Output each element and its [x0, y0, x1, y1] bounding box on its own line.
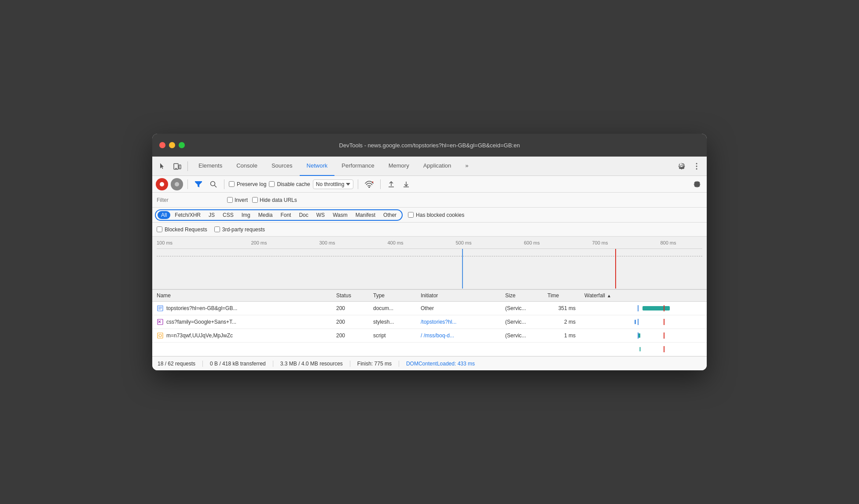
table-row[interactable]: m=n73qwf,UUJqVe,MpJwZc 200 script / /mss… [152, 329, 707, 343]
tab-sources[interactable]: Sources [264, 157, 300, 176]
th-type[interactable]: Type [369, 290, 416, 302]
status-resources: 3.3 MB / 4.0 MB resources [273, 361, 350, 367]
type-btn-font[interactable]: Font [277, 211, 294, 219]
device-icon[interactable] [171, 160, 184, 173]
svg-point-4 [696, 165, 697, 167]
row3-size: (Servic... [501, 329, 543, 343]
table-row[interactable]: css?family=Google+Sans+T... 200 stylesh.… [152, 315, 707, 329]
svg-line-9 [215, 185, 217, 187]
type-filter-bar: All Fetch/XHR JS CSS Img Media Font Doc … [152, 208, 707, 223]
row3-time: 1 ms [543, 329, 580, 343]
type-btn-ws[interactable]: WS [313, 211, 328, 219]
waterfall-bar-row1 [642, 306, 670, 310]
type-filter-group: All Fetch/XHR JS CSS Img Media Font Doc … [155, 209, 403, 221]
filter-icon[interactable] [192, 178, 205, 190]
row1-name-cell: topstories?hl=en-GB&gl=GB... [152, 302, 332, 315]
type-btn-js[interactable]: JS [205, 211, 218, 219]
tab-network[interactable]: Network [300, 157, 335, 176]
tab-elements[interactable]: Elements [191, 157, 229, 176]
waterfall-blue-rule-row3 [638, 332, 639, 339]
blocked-requests-checkbox[interactable]: Blocked Requests [157, 226, 207, 233]
waterfall-red-rule-extra [664, 346, 664, 352]
minimize-button[interactable] [169, 142, 175, 148]
type-btn-doc[interactable]: Doc [295, 211, 312, 219]
maximize-button[interactable] [179, 142, 185, 148]
js-file-icon [157, 332, 164, 339]
kebab-menu-icon[interactable] [690, 160, 703, 173]
preserve-log-checkbox[interactable]: Preserve log [229, 181, 266, 187]
row1-time: 351 ms [543, 302, 580, 315]
throttle-select[interactable]: No throttling [313, 179, 354, 189]
disable-cache-checkbox[interactable]: Disable cache [269, 181, 310, 187]
row3-name-cell: m=n73qwf,UUJqVe,MpJwZc [152, 329, 332, 343]
row2-type: stylesh... [369, 315, 416, 329]
row3-status: 200 [332, 329, 369, 343]
css-file-icon [157, 318, 164, 325]
invert-checkbox[interactable]: Invert [227, 197, 248, 203]
devtools-window: DevTools - news.google.com/topstories?hl… [152, 134, 707, 370]
th-status[interactable]: Status [332, 290, 369, 302]
tab-more[interactable]: » [458, 157, 475, 176]
timeline-rule-blue [462, 249, 463, 289]
search-icon[interactable] [207, 178, 220, 190]
tab-performance[interactable]: Performance [334, 157, 381, 176]
timeline-dotted-line [157, 256, 702, 256]
tick-100ms: 100 ms [157, 240, 225, 245]
third-party-checkbox[interactable]: 3rd-party requests [214, 226, 265, 233]
stop-button[interactable] [171, 178, 183, 190]
th-waterfall[interactable]: Waterfall ▲ [580, 290, 707, 302]
tab-console[interactable]: Console [229, 157, 264, 176]
svg-point-10 [369, 186, 370, 187]
waterfall-red-rule-row3 [664, 332, 664, 339]
tab-application[interactable]: Application [416, 157, 459, 176]
tab-memory[interactable]: Memory [382, 157, 416, 176]
has-blocked-cookies-checkbox[interactable]: Has blocked cookies [408, 212, 464, 218]
type-btn-img[interactable]: Img [238, 211, 254, 219]
settings-icon[interactable] [675, 160, 688, 173]
traffic-lights [159, 142, 185, 148]
type-btn-all[interactable]: All [158, 211, 170, 219]
type-btn-fetch-xhr[interactable]: Fetch/XHR [171, 211, 204, 219]
cursor-icon[interactable] [156, 160, 169, 173]
close-button[interactable] [159, 142, 165, 148]
type-btn-css[interactable]: CSS [219, 211, 237, 219]
import-icon[interactable] [385, 178, 397, 190]
th-initiator[interactable]: Initiator [416, 290, 501, 302]
type-btn-manifest[interactable]: Manifest [352, 211, 379, 219]
row1-initiator: Other [416, 302, 501, 315]
secondary-divider-1 [187, 179, 188, 189]
type-btn-wasm[interactable]: Wasm [329, 211, 351, 219]
network-settings-icon[interactable] [691, 178, 703, 190]
th-time[interactable]: Time [543, 290, 580, 302]
row1-type: docum... [369, 302, 416, 315]
type-btn-other[interactable]: Other [380, 211, 400, 219]
th-name[interactable]: Name [152, 290, 332, 302]
row3-initiator: / /mss/boq-d... [416, 329, 501, 343]
title-bar: DevTools - news.google.com/topstories?hl… [152, 134, 707, 157]
secondary-divider-4 [380, 179, 381, 189]
window-title: DevTools - news.google.com/topstories?hl… [339, 142, 520, 149]
network-table: Name Status Type Initiator Size Time Wat… [152, 289, 707, 356]
table-body: topstories?hl=en-GB&gl=GB... 200 docum..… [152, 302, 707, 356]
table-row[interactable]: topstories?hl=en-GB&gl=GB... 200 docum..… [152, 302, 707, 315]
wifi-settings-icon[interactable] [363, 178, 376, 191]
status-bar: 18 / 62 requests 0 B / 418 kB transferre… [152, 356, 707, 370]
row3-waterfall [580, 329, 707, 343]
row1-size: (Servic... [501, 302, 543, 315]
export-icon[interactable] [400, 178, 412, 190]
doc-file-icon [157, 305, 164, 312]
row2-waterfall [580, 315, 707, 329]
tick-800ms: 800 ms [634, 240, 702, 245]
row2-name: css?family=Google+Sans+T... [166, 319, 236, 325]
waterfall-red-rule-row2 [664, 319, 664, 325]
record-button[interactable] [156, 178, 168, 190]
row2-status: 200 [332, 315, 369, 329]
status-dom-content-loaded: DOMContentLoaded: 433 ms [399, 361, 482, 367]
type-btn-media[interactable]: Media [255, 211, 276, 219]
secondary-divider-2 [224, 179, 224, 189]
table-header: Name Status Type Initiator Size Time Wat… [152, 290, 707, 302]
filter-input[interactable] [157, 197, 223, 203]
hide-data-urls-checkbox[interactable]: Hide data URLs [252, 197, 297, 203]
tick-500ms: 500 ms [430, 240, 498, 245]
th-size[interactable]: Size [501, 290, 543, 302]
